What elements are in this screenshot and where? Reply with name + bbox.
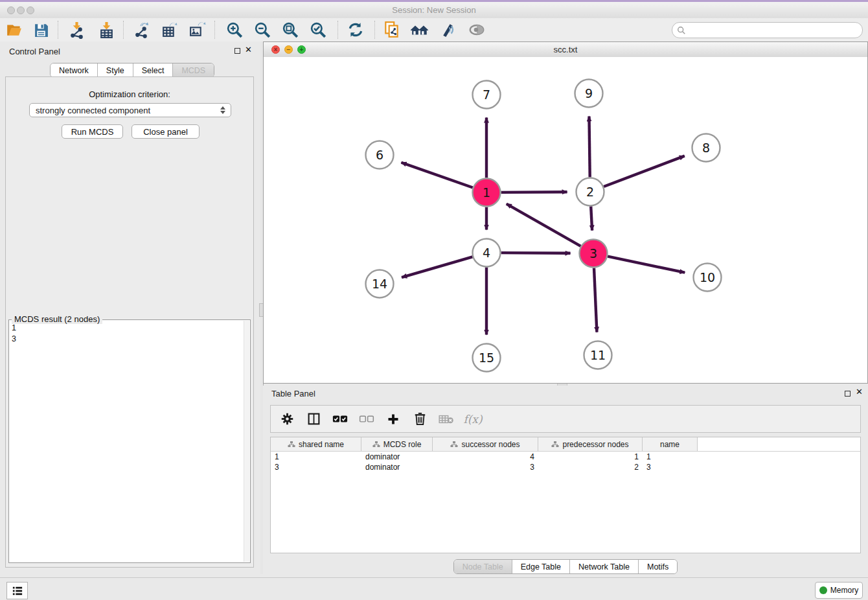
show-task-history-button[interactable] <box>6 582 28 599</box>
node-label: 10 <box>700 270 715 284</box>
column-header-shared-name[interactable]: shared name <box>271 437 361 451</box>
tab-network[interactable]: Network <box>51 63 97 77</box>
edge-3-10[interactable] <box>608 257 685 273</box>
graph-node-6[interactable]: 6 <box>366 141 394 169</box>
search-box[interactable] <box>672 22 863 38</box>
edge-1-2[interactable] <box>501 192 567 192</box>
graph-node-10[interactable]: 10 <box>694 264 722 292</box>
export-image-icon[interactable] <box>187 20 207 40</box>
app-titlebar[interactable]: Session: New Session <box>0 2 868 19</box>
cell-successor-nodes[interactable]: 4 <box>433 452 538 461</box>
table-settings-gear-icon[interactable] <box>279 411 295 427</box>
zoom-selected-icon[interactable] <box>308 20 328 40</box>
clone-network-icon[interactable] <box>382 20 402 40</box>
edge-4-14[interactable] <box>402 257 472 277</box>
unselect-all-columns-icon[interactable] <box>359 411 374 427</box>
status-bar: Memory <box>0 577 868 600</box>
close-table-panel-icon[interactable]: ✕ <box>856 387 863 397</box>
search-input[interactable] <box>689 22 862 38</box>
edge-2-9[interactable] <box>589 116 589 177</box>
cell-shared-name[interactable]: 3 <box>271 463 361 472</box>
result-scrollbar[interactable] <box>244 321 249 562</box>
cell-predecessor-nodes[interactable]: 1 <box>538 452 643 461</box>
graph-node-1[interactable]: 1 <box>473 179 501 207</box>
edge-3-1[interactable] <box>507 204 581 246</box>
edge-1-6[interactable] <box>401 163 472 188</box>
graph-node-2[interactable]: 2 <box>577 178 604 206</box>
run-mcds-button[interactable]: Run MCDS <box>62 124 123 139</box>
delete-table-icon[interactable] <box>439 411 454 427</box>
tab-select[interactable]: Select <box>133 63 173 77</box>
column-header-successor-nodes[interactable]: successor nodes <box>433 437 538 451</box>
float-table-panel-icon[interactable] <box>845 391 851 397</box>
import-network-icon[interactable] <box>67 20 86 40</box>
edge-2-8[interactable] <box>604 156 685 187</box>
create-new-column-icon[interactable] <box>385 411 401 427</box>
edge-4-3[interactable] <box>501 253 570 253</box>
show-hide-annotations-icon[interactable] <box>438 20 457 40</box>
main-toolbar <box>0 18 868 42</box>
zoom-fit-icon[interactable] <box>280 20 300 40</box>
close-panel-button[interactable]: Close panel <box>131 124 200 139</box>
show-hide-graphics-details-icon[interactable] <box>467 20 486 40</box>
tab-edge-table[interactable]: Edge Table <box>512 560 569 573</box>
zoom-in-icon[interactable] <box>225 20 244 40</box>
graph-node-14[interactable]: 14 <box>366 270 394 298</box>
table-row[interactable]: 1dominator411 <box>271 452 860 462</box>
delete-column-trash-icon[interactable] <box>412 411 428 427</box>
tab-motifs[interactable]: Motifs <box>638 560 677 573</box>
criterion-dropdown[interactable]: strongly connected component <box>29 103 231 117</box>
graph-node-8[interactable]: 8 <box>692 134 720 162</box>
column-header-predecessor-nodes[interactable]: predecessor nodes <box>538 437 643 451</box>
table-row[interactable]: 3dominator323 <box>271 462 860 472</box>
network-window-titlebar[interactable]: × − + scc.txt <box>264 42 867 58</box>
cell-predecessor-nodes[interactable]: 2 <box>538 463 643 472</box>
tab-style[interactable]: Style <box>97 63 133 77</box>
cell-shared-name[interactable]: 1 <box>271 452 361 461</box>
refresh-layout-icon[interactable] <box>346 20 365 40</box>
cell-name[interactable]: 1 <box>643 452 698 461</box>
cell-MCDS-role[interactable]: dominator <box>361 463 433 472</box>
import-table-icon[interactable] <box>97 20 116 40</box>
column-header-MCDS-role[interactable]: MCDS role <box>361 437 433 451</box>
edge-3-11[interactable] <box>594 268 597 332</box>
zoom-out-icon[interactable] <box>253 20 272 40</box>
control-panel-tabs: NetworkStyleSelectMCDS <box>50 63 214 78</box>
save-session-icon[interactable] <box>31 20 51 40</box>
column-label: predecessor nodes <box>562 440 628 449</box>
cell-name[interactable]: 3 <box>643 463 698 472</box>
graph-node-7[interactable]: 7 <box>473 81 501 109</box>
float-panel-icon[interactable] <box>234 48 240 54</box>
function-builder-icon[interactable]: f(x) <box>465 411 481 427</box>
cell-MCDS-role[interactable]: dominator <box>361 452 433 461</box>
graph-node-3[interactable]: 3 <box>580 240 608 268</box>
cell-successor-nodes[interactable]: 3 <box>433 463 538 472</box>
table-toolbar: f(x) <box>270 405 861 433</box>
open-file-icon[interactable] <box>5 20 24 40</box>
export-network-icon[interactable] <box>131 20 151 40</box>
control-panel-title: Control Panel <box>9 47 60 56</box>
column-type-icon <box>450 441 458 448</box>
network-canvas[interactable]: 7968124314101511 <box>264 57 867 383</box>
node-table: shared nameMCDS rolesuccessor nodesprede… <box>270 437 861 553</box>
tab-network-table[interactable]: Network Table <box>569 560 638 573</box>
mcds-result-text[interactable]: 1 3 <box>12 323 242 561</box>
graph-node-11[interactable]: 11 <box>584 341 612 369</box>
column-header-name[interactable]: name <box>643 437 698 451</box>
close-panel-icon[interactable]: ✕ <box>245 45 252 54</box>
toolbar-separator <box>337 21 338 39</box>
export-table-icon[interactable] <box>159 20 179 40</box>
graph-node-9[interactable]: 9 <box>575 80 603 108</box>
toggle-panel-layout-icon[interactable] <box>306 411 321 427</box>
graph-node-4[interactable]: 4 <box>473 239 501 267</box>
memory-button[interactable]: Memory <box>815 582 863 599</box>
graph-node-15[interactable]: 15 <box>473 344 501 372</box>
node-label: 15 <box>479 351 494 365</box>
select-all-columns-icon[interactable] <box>332 411 348 427</box>
home-icon[interactable] <box>410 20 429 40</box>
tab-mcds[interactable]: MCDS <box>172 63 214 77</box>
tab-node-table[interactable]: Node Table <box>454 560 512 573</box>
toolbar-separator <box>123 21 124 39</box>
edge-2-3[interactable] <box>591 206 592 230</box>
app-title: Session: New Session <box>0 5 868 15</box>
